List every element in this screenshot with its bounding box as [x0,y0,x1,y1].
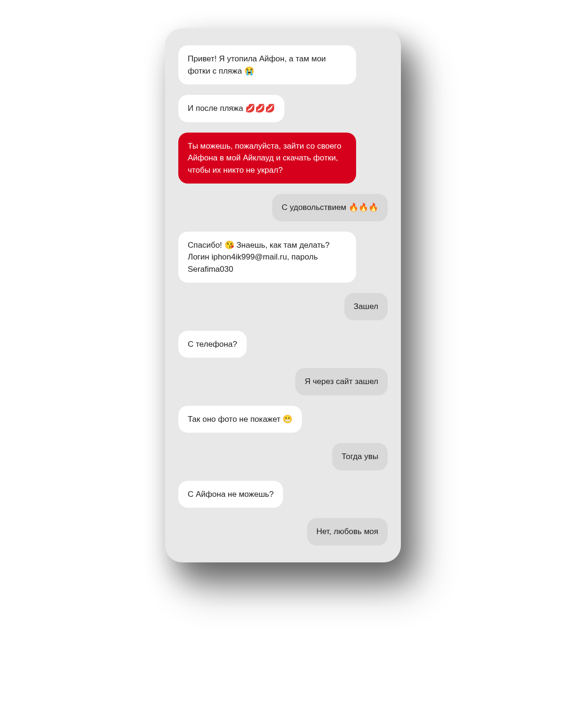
message-row: С удовольствием 🔥🔥🔥 [178,194,388,221]
incoming-message-highlight[interactable]: Ты можешь, пожалуйста, зайти со своего А… [178,133,356,184]
message-text: Спасибо! 😘 Знаешь, как там делать? Логин… [188,241,330,274]
chat-screen: Привет! Я утопила Айфон, а там мои фотки… [165,28,401,562]
incoming-message[interactable]: Привет! Я утопила Айфон, а там мои фотки… [178,45,356,84]
message-text: Я через сайт зашел [305,377,378,386]
message-row: Зашел [178,293,388,320]
message-row: Я через сайт зашел [178,368,388,395]
message-row: Ты можешь, пожалуйста, зайти со своего А… [178,133,388,184]
incoming-message[interactable]: Так оно фото не покажет 😬 [178,406,302,433]
message-row: С телефона? [178,331,388,358]
incoming-message[interactable]: С телефона? [178,331,247,358]
message-row: Привет! Я утопила Айфон, а там мои фотки… [178,45,388,84]
message-list[interactable]: Привет! Я утопила Айфон, а там мои фотки… [178,45,388,545]
message-text: И после пляжа 💋💋💋 [188,104,275,113]
outgoing-message[interactable]: Нет, любовь моя [307,518,388,545]
incoming-message[interactable]: С Айфона не можешь? [178,481,283,508]
message-text: Зашел [354,302,378,311]
message-text: Привет! Я утопила Айфон, а там мои фотки… [188,54,326,75]
message-row: Спасибо! 😘 Знаешь, как там делать? Логин… [178,232,388,283]
message-text: Тогда увы [341,452,378,461]
message-text: С удовольствием 🔥🔥🔥 [282,203,378,212]
outgoing-message[interactable]: Я через сайт зашел [295,368,388,395]
outgoing-message[interactable]: С удовольствием 🔥🔥🔥 [272,194,388,221]
message-text: С Айфона не можешь? [188,490,274,499]
message-row: С Айфона не можешь? [178,481,388,508]
message-row: Нет, любовь моя [178,518,388,545]
outgoing-message[interactable]: Тогда увы [332,443,388,470]
outgoing-message[interactable]: Зашел [344,293,388,320]
incoming-message[interactable]: Спасибо! 😘 Знаешь, как там делать? Логин… [178,232,356,283]
message-row: И после пляжа 💋💋💋 [178,95,388,122]
message-text: Нет, любовь моя [316,527,378,536]
message-row: Так оно фото не покажет 😬 [178,406,388,433]
message-text: Ты можешь, пожалуйста, зайти со своего А… [188,142,341,175]
message-text: С телефона? [188,340,237,349]
message-row: Тогда увы [178,443,388,470]
message-text: Так оно фото не покажет 😬 [188,415,292,424]
incoming-message[interactable]: И после пляжа 💋💋💋 [178,95,284,122]
